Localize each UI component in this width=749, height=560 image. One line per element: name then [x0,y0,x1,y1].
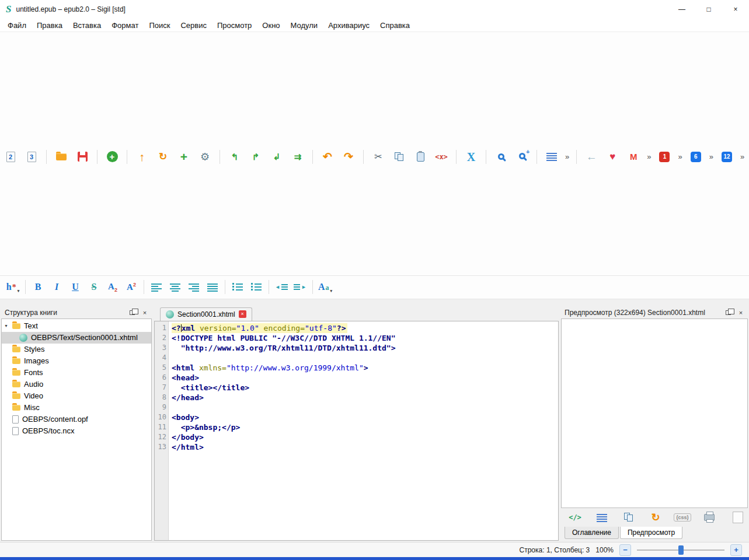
maximize-button[interactable]: □ [695,0,722,19]
find-replace-button[interactable] [492,148,510,166]
copy-selection-button[interactable] [620,509,637,526]
paste-button[interactable] [412,148,429,166]
book-browser-item[interactable]: ▼Text [2,320,151,332]
superscript-button[interactable]: A2 [123,278,140,296]
code-line[interactable]: <head> [172,373,558,383]
code-line[interactable]: </body> [172,432,558,442]
plugin-6-button[interactable]: 6 [687,148,705,166]
redo-button[interactable]: ↷ [340,148,357,166]
menu-format[interactable]: Формат [106,19,144,32]
toolbar-overflow-button[interactable]: » [738,152,746,161]
align-left-button[interactable] [148,278,165,296]
toolbar-overflow-button[interactable]: » [563,152,571,161]
merge-files-button[interactable]: ⇉ [289,148,306,166]
zoom-out-button[interactable]: − [619,544,631,556]
find-next-button[interactable]: + [513,148,531,166]
minimize-button[interactable]: — [668,0,695,19]
change-case-button[interactable]: Aa▾ [316,278,334,296]
book-browser-item[interactable]: OEBPS/content.opf [2,414,151,425]
indent-decrease-button[interactable]: ◄ [273,278,290,296]
plugin-12-button[interactable]: 12 [718,148,736,166]
new-epub2-button[interactable]: 2 [2,148,19,166]
menu-search[interactable]: Поиск [144,19,175,32]
numbered-list-button[interactable] [248,278,265,296]
select-element-button[interactable] [593,509,611,526]
strikethrough-button[interactable]: S [85,278,103,296]
book-browser-item[interactable]: Video [2,390,151,402]
code-line[interactable] [172,402,558,412]
split-at-markers-button[interactable]: ↲ [268,148,285,166]
book-browser-item[interactable]: Styles [2,344,151,355]
close-preview-button[interactable]: × [736,308,745,317]
book-browser-item[interactable]: Misc [2,402,151,414]
menu-edit[interactable]: Правка [32,19,68,32]
back-history-button[interactable]: ← [583,148,600,166]
zoom-slider[interactable] [637,544,724,556]
close-panel-button[interactable]: × [140,308,149,317]
undo-button[interactable]: ↶ [319,148,336,166]
code-line[interactable]: </head> [172,393,558,402]
cut-button[interactable]: ✂ [370,148,387,166]
add-existing-files-button[interactable]: + [103,148,121,166]
add-cover-button[interactable]: ↑ [133,148,151,166]
refresh-preview-button[interactable]: ↻ [647,509,664,526]
indent-increase-button[interactable]: ► [291,278,309,296]
code-line[interactable]: <!DOCTYPE html PUBLIC "-//W3C//DTD XHTML… [172,333,558,343]
menu-insert[interactable]: Вставка [68,19,106,32]
float-panel-button[interactable] [127,308,137,317]
book-browser-item[interactable]: Images [2,355,151,367]
float-preview-button[interactable] [723,308,733,317]
book-browser-item[interactable]: OEBPS/toc.ncx [2,425,151,437]
toolbar-overflow-button[interactable]: » [708,152,715,161]
new-epub3-button[interactable]: 3 [23,148,40,166]
preview-blank-field[interactable] [733,512,743,523]
code-line[interactable]: "http://www.w3.org/TR/xhtml11/DTD/xhtml1… [172,343,558,353]
reload-tab-button[interactable]: ↻ [154,148,172,166]
toolbar-overflow-button[interactable]: » [676,152,684,161]
code-line[interactable]: </html> [172,442,558,452]
preview-tab-toc[interactable]: Оглавление [565,527,619,539]
expand-arrow-icon[interactable]: ▼ [4,324,8,328]
menu-plugins[interactable]: Модули [285,19,323,32]
copy-button[interactable] [391,148,408,166]
align-right-button[interactable] [185,278,203,296]
css-info-button[interactable]: (css) [674,509,691,526]
zoom-slider-handle[interactable] [678,545,684,555]
menu-view[interactable]: Просмотр [212,19,257,32]
code-area[interactable]: <?xml version="1.0" encoding="utf-8"?><!… [169,321,558,541]
underline-button[interactable]: U [67,278,84,296]
book-browser-item[interactable]: OEBPS/Text/Section0001.xhtml [2,332,151,344]
tab-close-button[interactable]: × [239,310,246,318]
italic-button[interactable]: I [48,278,65,296]
favorites-plugin-button[interactable]: ♥ [604,148,621,166]
preview-tab-preview[interactable]: Предпросмотр [620,527,682,539]
menu-tools[interactable]: Сервис [175,19,212,32]
index-editor-button[interactable] [543,148,560,166]
save-file-button[interactable] [74,148,91,166]
align-justify-button[interactable] [204,278,221,296]
align-center-button[interactable] [166,278,184,296]
x-tool-button[interactable]: X [462,148,480,166]
insert-split-marker-button[interactable]: ↱ [247,148,264,166]
code-line[interactable]: <body> [172,412,558,422]
well-formed-check-button[interactable]: <x> [433,148,450,166]
book-browser-item[interactable]: Audio [2,379,151,390]
code-line[interactable]: <html xmlns="http://www.w3.org/1999/xhtm… [172,363,558,373]
preferences-button[interactable]: ⚙ [196,148,214,166]
print-preview-button[interactable] [701,509,718,526]
menu-window[interactable]: Окно [257,19,285,32]
code-line[interactable]: <title></title> [172,383,558,393]
split-at-cursor-button[interactable]: ↰ [226,148,243,166]
menu-file[interactable]: Файл [2,19,32,32]
mail-plugin-button[interactable]: M [625,148,642,166]
book-browser-item[interactable]: Fonts [2,367,151,379]
menu-help[interactable]: Справка [375,19,415,32]
plugin-1-button[interactable]: 1 [656,148,673,166]
heading-menu-button[interactable]: h*▾ [4,278,22,296]
subscript-button[interactable]: A2 [104,278,121,296]
code-line[interactable]: <?xml version="1.0" encoding="utf-8"?> [172,323,558,333]
bullet-list-button[interactable] [229,278,246,296]
code-line[interactable]: <p>&nbsp;</p> [172,422,558,432]
tab-section0001[interactable]: Section0001.xhtml × [160,307,252,321]
bold-button[interactable]: B [29,278,47,296]
